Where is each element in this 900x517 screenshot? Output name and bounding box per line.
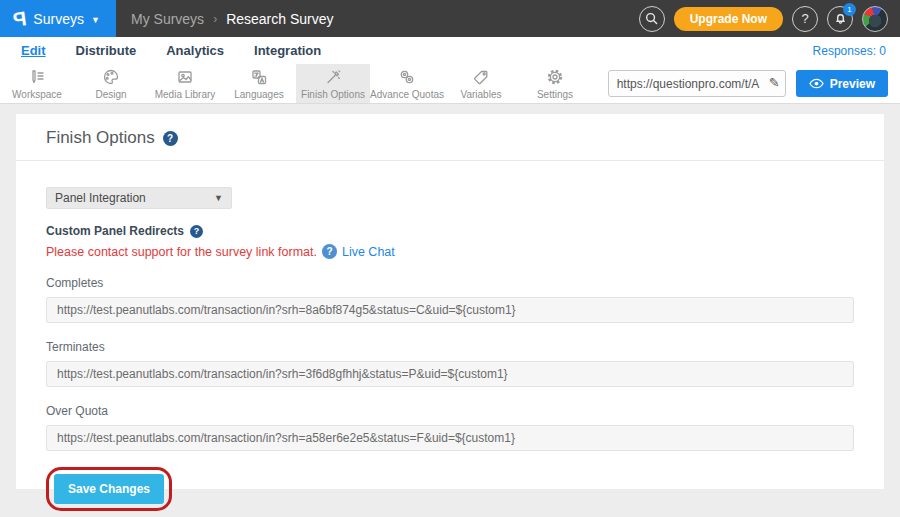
user-avatar[interactable] bbox=[862, 6, 888, 32]
finish-options-help-icon[interactable]: ? bbox=[163, 131, 178, 146]
toolbar-tab-languages[interactable]: Languages bbox=[222, 64, 296, 103]
live-chat-icon[interactable]: ? bbox=[322, 244, 337, 259]
tag-icon bbox=[471, 67, 491, 87]
toolbar-tab-workspace[interactable]: Workspace bbox=[0, 64, 74, 103]
question-mark-icon: ? bbox=[801, 11, 808, 26]
workspace-icon bbox=[27, 67, 47, 87]
support-notice: Please contact support for the survey li… bbox=[46, 245, 317, 259]
panel-type-value: Panel Integration bbox=[55, 191, 146, 205]
survey-nav: Edit Distribute Analytics Integration Re… bbox=[0, 37, 900, 64]
breadcrumb-my-surveys[interactable]: My Surveys bbox=[131, 11, 204, 27]
completes-url-input[interactable] bbox=[46, 297, 854, 323]
section-heading: Custom Panel Redirects bbox=[46, 224, 184, 238]
magic-wand-icon bbox=[323, 67, 343, 87]
breadcrumb-current-survey: Research Survey bbox=[226, 11, 333, 27]
notification-badge: 1 bbox=[843, 3, 856, 16]
product-name: Surveys bbox=[33, 11, 84, 27]
toolbar-tab-settings[interactable]: Settings bbox=[518, 64, 592, 103]
preview-button[interactable]: Preview bbox=[796, 70, 888, 97]
live-chat-link[interactable]: Live Chat bbox=[342, 245, 395, 259]
chevron-down-icon: ▼ bbox=[214, 193, 223, 203]
page-body: Finish Options ? Panel Integration ▼ Cus… bbox=[0, 104, 900, 489]
panel-type-select[interactable]: Panel Integration ▼ bbox=[46, 187, 232, 209]
completes-label: Completes bbox=[46, 276, 854, 290]
toolbar-tab-design[interactable]: Design bbox=[74, 64, 148, 103]
custom-redirects-help-icon[interactable]: ? bbox=[190, 225, 203, 238]
edit-url-pencil-icon[interactable]: ✎ bbox=[769, 75, 780, 90]
breadcrumb: My Surveys › Research Survey bbox=[116, 0, 334, 37]
chain-links-icon bbox=[397, 67, 417, 87]
toolbar-tab-advance-quotas[interactable]: Advance Quotas bbox=[370, 64, 444, 103]
over-quota-url-input[interactable] bbox=[46, 425, 854, 451]
top-header: P Surveys ▼ My Surveys › Research Survey… bbox=[0, 0, 900, 37]
terminates-label: Terminates bbox=[46, 340, 854, 354]
nav-tab-distribute[interactable]: Distribute bbox=[76, 43, 137, 58]
over-quota-field-group: Over Quota bbox=[46, 404, 854, 451]
breadcrumb-separator: › bbox=[213, 12, 217, 26]
header-actions: Upgrade Now ? 1 bbox=[639, 0, 900, 37]
annotation-highlight: Save Changes bbox=[46, 467, 172, 511]
responses-count[interactable]: Responses: 0 bbox=[813, 44, 886, 58]
nav-tab-edit[interactable]: Edit bbox=[21, 43, 46, 58]
gear-icon bbox=[545, 67, 565, 87]
translate-icon bbox=[249, 67, 269, 87]
search-button[interactable] bbox=[639, 6, 665, 32]
toolbar-tab-finish-options[interactable]: Finish Options bbox=[296, 64, 370, 103]
over-quota-label: Over Quota bbox=[46, 404, 854, 418]
palette-icon bbox=[101, 67, 121, 87]
toolbar-tab-media-library[interactable]: Media Library bbox=[148, 64, 222, 103]
chevron-down-icon: ▼ bbox=[91, 15, 100, 25]
edit-toolbar: Workspace Design Media Library Languages… bbox=[0, 64, 900, 104]
questionpro-logo-icon: P bbox=[12, 8, 28, 30]
help-button[interactable]: ? bbox=[792, 6, 818, 32]
nav-tab-analytics[interactable]: Analytics bbox=[166, 43, 224, 58]
save-changes-button[interactable]: Save Changes bbox=[54, 474, 164, 504]
product-switcher[interactable]: P Surveys ▼ bbox=[0, 0, 116, 37]
eye-icon bbox=[809, 78, 824, 89]
page-title: Finish Options bbox=[46, 128, 155, 148]
notifications-button[interactable]: 1 bbox=[827, 6, 853, 32]
toolbar-tab-variables[interactable]: Variables bbox=[444, 64, 518, 103]
image-icon bbox=[175, 67, 195, 87]
survey-url-input[interactable] bbox=[608, 70, 786, 97]
completes-field-group: Completes bbox=[46, 276, 854, 323]
terminates-url-input[interactable] bbox=[46, 361, 854, 387]
nav-tab-integration[interactable]: Integration bbox=[254, 43, 321, 58]
terminates-field-group: Terminates bbox=[46, 340, 854, 387]
search-icon bbox=[645, 12, 658, 25]
upgrade-button[interactable]: Upgrade Now bbox=[674, 7, 783, 31]
finish-options-card: Finish Options ? Panel Integration ▼ Cus… bbox=[16, 114, 884, 489]
